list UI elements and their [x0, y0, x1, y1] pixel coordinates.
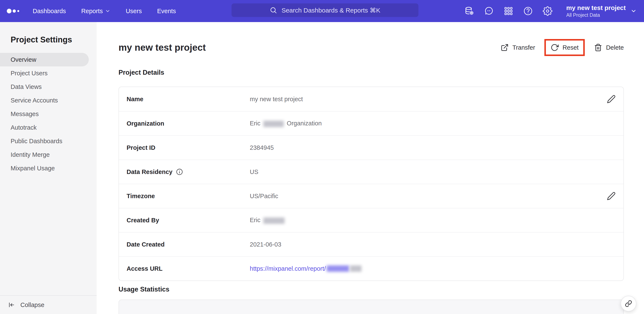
mixpanel-logo[interactable] [7, 8, 20, 14]
chevron-down-icon [105, 8, 110, 14]
collapse-icon [8, 302, 15, 308]
row-label: Project ID [126, 144, 250, 151]
redacted-text [264, 121, 284, 127]
transfer-icon [501, 43, 509, 51]
messages-icon[interactable] [484, 6, 494, 16]
nav-item-label: Users [126, 8, 142, 15]
sidebar-item-messages[interactable]: Messages [0, 107, 97, 121]
apps-grid-icon[interactable] [504, 6, 514, 16]
nav-item-label: Reports [81, 8, 103, 15]
row-value: 2384945 [250, 144, 602, 151]
logo-dots-icon [7, 8, 20, 14]
row-timezone: Timezone US/Pacific [119, 184, 624, 208]
page-title: my new test project [118, 42, 501, 53]
delete-button[interactable]: Delete [594, 43, 624, 51]
sidebar-item-public-dashboards[interactable]: Public Dashboards [0, 134, 97, 148]
nav-item-reports[interactable]: Reports [81, 8, 110, 15]
sidebar-item-identity-merge[interactable]: Identity Merge [0, 148, 97, 161]
row-value: my new test project [250, 96, 602, 103]
nav-item-dashboards[interactable]: Dashboards [33, 8, 66, 15]
row-value: US/Pacific [250, 193, 602, 200]
row-name: Name my new test project [119, 87, 624, 111]
nav-item-users[interactable]: Users [126, 8, 142, 15]
chevron-down-icon [630, 8, 637, 14]
row-label: Access URL [126, 265, 250, 272]
redacted-text [264, 218, 284, 224]
data-management-icon[interactable] [464, 6, 474, 16]
nav-right-group: my new test project All Project Data [464, 4, 644, 18]
copy-link-button[interactable] [621, 296, 636, 312]
row-value: https://mixpanel.com/report/ [250, 265, 602, 272]
project-selector-text: my new test project All Project Data [566, 4, 626, 18]
row-organization: Organization Eric Organization [119, 111, 624, 135]
current-project-name: my new test project [566, 4, 626, 11]
project-actions: Transfer Reset [501, 39, 624, 56]
row-label: Organization [126, 120, 250, 127]
collapse-label: Collapse [20, 302, 44, 309]
redacted-text [327, 266, 349, 272]
row-access-url: Access URL https://mixpanel.com/report/ [119, 256, 624, 281]
help-icon[interactable] [523, 6, 533, 16]
access-url-link[interactable]: https://mixpanel.com/report/ [250, 265, 602, 272]
settings-sidebar: Project Settings Overview Project Users … [0, 22, 97, 314]
row-label: Data Residency [126, 168, 250, 175]
sidebar-nav: Overview Project Users Data Views Servic… [0, 53, 97, 175]
delete-label: Delete [606, 44, 624, 51]
link-icon [625, 300, 632, 307]
transfer-button[interactable]: Transfer [501, 43, 535, 51]
search-placeholder: Search Dashboards & Reports ⌘K [282, 6, 380, 14]
row-label: Timezone [126, 193, 250, 200]
row-label: Name [126, 96, 250, 103]
collapse-sidebar-button[interactable]: Collapse [0, 295, 97, 314]
usage-statistics-card [118, 300, 624, 314]
row-project-id: Project ID 2384945 [119, 135, 624, 160]
sidebar-item-overview[interactable]: Overview [0, 53, 89, 66]
nav-item-label: Events [157, 8, 176, 15]
sidebar-item-project-users[interactable]: Project Users [0, 66, 97, 80]
reset-icon [550, 43, 558, 51]
search-input[interactable]: Search Dashboards & Reports ⌘K [232, 3, 418, 17]
row-value: 2021-06-03 [250, 241, 602, 248]
row-label: Created By [126, 217, 250, 224]
delete-trash-icon [594, 43, 602, 51]
project-details-heading: Project Details [118, 69, 624, 76]
page-frame: Project Settings Overview Project Users … [0, 22, 644, 314]
project-details-card: Name my new test project Organization Er… [118, 87, 624, 281]
sidebar-item-data-views[interactable]: Data Views [0, 80, 97, 94]
pencil-icon [607, 95, 616, 103]
reset-button[interactable]: Reset [550, 43, 578, 51]
sidebar-item-autotrack[interactable]: Autotrack [0, 121, 97, 134]
sidebar-item-service-accounts[interactable]: Service Accounts [0, 94, 97, 107]
row-value: US [250, 168, 602, 175]
sidebar-item-mixpanel-usage[interactable]: Mixpanel Usage [0, 161, 97, 175]
row-label: Date Created [126, 241, 250, 248]
redacted-text [350, 266, 362, 272]
edit-name-button[interactable] [607, 95, 616, 103]
usage-statistics-heading: Usage Statistics [118, 286, 624, 293]
nav-item-events[interactable]: Events [157, 8, 176, 15]
row-data-residency: Data Residency US [119, 160, 624, 184]
search-icon [270, 6, 277, 14]
page-header: my new test project Transfer [118, 39, 624, 56]
top-nav: Dashboards Reports Users Events Search D… [0, 0, 644, 22]
current-project-scope: All Project Data [566, 12, 600, 18]
edit-timezone-button[interactable] [607, 192, 616, 201]
settings-gear-icon[interactable] [542, 6, 553, 16]
annotation-highlight: Reset [544, 39, 585, 56]
main-content: my new test project Transfer [97, 22, 644, 314]
pencil-icon [607, 192, 616, 201]
nav-left-group: Dashboards Reports Users Events [0, 8, 176, 15]
row-created-by: Created By Eric [119, 208, 624, 232]
sidebar-title: Project Settings [10, 35, 97, 44]
nav-item-label: Dashboards [33, 8, 66, 15]
transfer-label: Transfer [512, 44, 535, 51]
row-date-created: Date Created 2021-06-03 [119, 232, 624, 256]
mixpanel-app: Dashboards Reports Users Events Search D… [0, 0, 644, 314]
reset-label: Reset [562, 44, 578, 51]
row-value: Eric [250, 217, 602, 224]
project-selector[interactable]: my new test project All Project Data [566, 4, 637, 18]
info-icon[interactable] [176, 168, 183, 175]
row-value: Eric Organization [250, 120, 602, 127]
